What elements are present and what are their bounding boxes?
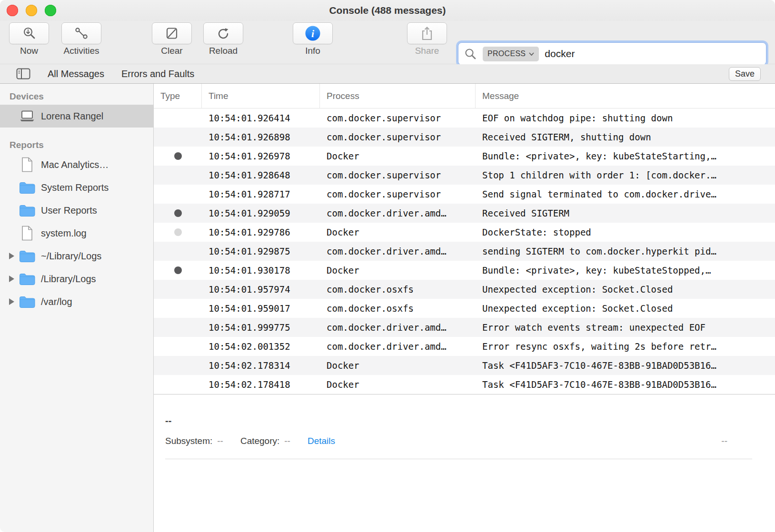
process-cell: com.docker.driver.amd…	[320, 318, 476, 337]
sidebar-item-home-library-logs[interactable]: ~/Library/Logs	[0, 245, 153, 267]
folder-icon	[18, 296, 36, 308]
process-cell: com.docker.osxfs	[320, 280, 476, 299]
sidebar-item-system-log[interactable]: system.log	[0, 222, 153, 245]
sidebar-item-user-reports[interactable]: User Reports	[0, 199, 153, 222]
tab-all-messages[interactable]: All Messages	[48, 69, 104, 79]
column-header-time[interactable]: Time	[202, 84, 320, 108]
time-cell: 10:54:01.959017	[202, 299, 320, 318]
laptop-icon	[18, 110, 36, 122]
reload-button[interactable]: Reload	[203, 22, 243, 56]
log-row[interactable]: 10:54:01.999775com.docker.driver.amd…Err…	[154, 318, 775, 337]
process-cell: Docker	[320, 356, 476, 375]
close-button[interactable]	[7, 5, 18, 16]
folder-icon	[18, 204, 36, 217]
search-token-process[interactable]: PROCESS	[483, 47, 539, 61]
type-cell	[154, 299, 202, 318]
time-cell: 10:54:01.929786	[202, 223, 320, 242]
type-cell	[154, 337, 202, 356]
message-cell: sending SIGTERM to com.docker.hyperkit p…	[476, 242, 775, 261]
time-cell: 10:54:02.001352	[202, 337, 320, 356]
time-cell: 10:54:02.178314	[202, 356, 320, 375]
time-cell: 10:54:01.926898	[202, 128, 320, 147]
detail-title: --	[165, 415, 775, 426]
document-icon	[18, 157, 36, 172]
content-area: DevicesLorena RangelReportsMac Analytics…	[0, 84, 775, 532]
log-row[interactable]: 10:54:01.926898com.docker.supervisorRece…	[154, 128, 775, 147]
column-header-message[interactable]: Message	[476, 84, 775, 108]
sidebar-section-header: Reports	[10, 140, 153, 150]
search-token-label: PROCESS	[487, 49, 526, 58]
log-row[interactable]: 10:54:01.929875com.docker.driver.amd…sen…	[154, 242, 775, 261]
search-input[interactable]: docker	[545, 48, 575, 59]
sidebar-item-label: Lorena Rangel	[41, 111, 103, 122]
message-cell: Unexpected exception: Socket.Closed	[476, 299, 775, 318]
clear-icon	[165, 26, 179, 40]
minimize-button[interactable]	[26, 5, 37, 16]
info-button[interactable]: i Info	[293, 22, 333, 56]
table-header: Type Time Process Message	[154, 84, 775, 108]
zoom-button[interactable]	[45, 5, 56, 16]
column-header-process[interactable]: Process	[320, 84, 476, 108]
message-cell: Received SIGTERM, shutting down	[476, 128, 775, 147]
save-button[interactable]: Save	[729, 67, 761, 81]
log-row[interactable]: 10:54:02.178418DockerTask <F41D5AF3-7C10…	[154, 375, 775, 394]
clear-button[interactable]: Clear	[152, 22, 192, 56]
disclosure-triangle-icon[interactable]	[5, 253, 18, 259]
message-cell: Task <F41D5AF3-7C10-467E-83BB-91BAD0D53B…	[476, 356, 775, 375]
info-icon: i	[305, 25, 321, 41]
log-row[interactable]: 10:54:01.928648com.docker.supervisorStop…	[154, 166, 775, 185]
sidebar-toggle-button[interactable]	[16, 68, 30, 79]
sidebar-item-library-logs[interactable]: /Library/Logs	[0, 267, 153, 290]
log-row[interactable]: 10:54:01.926978DockerBundle: <private>, …	[154, 147, 775, 166]
traffic-lights	[7, 5, 56, 16]
log-row[interactable]: 10:54:01.926414com.docker.supervisorEOF …	[154, 108, 775, 128]
column-header-type[interactable]: Type	[154, 84, 202, 108]
search-field[interactable]: PROCESS docker	[458, 42, 766, 65]
time-cell: 10:54:01.928648	[202, 166, 320, 185]
message-cell: Stop 1 children with order 1: [com.docke…	[476, 166, 775, 185]
svg-text:i: i	[311, 28, 315, 39]
log-row[interactable]: 10:54:01.928717com.docker.supervisorSend…	[154, 185, 775, 204]
detail-meta: Subsystem: -- Category: -- Details --	[165, 436, 775, 446]
log-row[interactable]: 10:54:01.930178DockerBundle: <private>, …	[154, 261, 775, 280]
now-icon	[22, 26, 36, 40]
sidebar-item-system-reports[interactable]: System Reports	[0, 176, 153, 199]
process-cell: Docker	[320, 147, 476, 166]
tab-errors-and-faults[interactable]: Errors and Faults	[121, 69, 194, 79]
log-row[interactable]: 10:54:02.001352com.docker.driver.amd…Err…	[154, 337, 775, 356]
log-row[interactable]: 10:54:01.929786DockerDockerState: stoppe…	[154, 223, 775, 242]
message-cell: Error resync osxfs, waiting 2s before re…	[476, 337, 775, 356]
log-row[interactable]: 10:54:01.957974com.docker.osxfsUnexpecte…	[154, 280, 775, 299]
type-cell	[154, 280, 202, 299]
chevron-down-icon	[529, 52, 534, 56]
log-row[interactable]: 10:54:01.959017com.docker.osxfsUnexpecte…	[154, 299, 775, 318]
details-link[interactable]: Details	[308, 436, 335, 446]
share-button[interactable]: Share	[407, 22, 447, 56]
time-cell: 10:54:01.928717	[202, 185, 320, 204]
disclosure-triangle-icon[interactable]	[5, 298, 18, 305]
sidebar-item-var-log[interactable]: /var/log	[0, 290, 153, 313]
log-row[interactable]: 10:54:02.178314DockerTask <F41D5AF3-7C10…	[154, 356, 775, 375]
log-pane: Type Time Process Message 10:54:01.92641…	[154, 84, 775, 532]
sidebar-item-label: /var/log	[41, 296, 72, 307]
disclosure-triangle-icon[interactable]	[5, 276, 18, 282]
type-cell	[154, 318, 202, 337]
time-cell: 10:54:01.929059	[202, 204, 320, 223]
time-cell: 10:54:01.930178	[202, 261, 320, 280]
log-row[interactable]: 10:54:01.929059com.docker.driver.amd…Rec…	[154, 204, 775, 223]
sidebar-item-lorena-rangel[interactable]: Lorena Rangel	[0, 105, 153, 128]
process-cell: com.docker.supervisor	[320, 128, 476, 147]
search-icon	[464, 48, 477, 60]
activities-icon	[74, 26, 89, 40]
activities-button[interactable]: Activities	[61, 22, 101, 56]
type-cell	[154, 147, 202, 166]
process-cell: Docker	[320, 223, 476, 242]
now-button[interactable]: Now	[9, 22, 49, 56]
folder-icon	[18, 181, 36, 194]
process-cell: Docker	[320, 375, 476, 394]
type-cell	[154, 242, 202, 261]
filter-bar: All Messages Errors and Faults Save	[0, 64, 775, 84]
message-cell: DockerState: stopped	[476, 223, 775, 242]
folder-icon	[18, 273, 36, 286]
sidebar-item-mac-analytics[interactable]: Mac Analytics…	[0, 153, 153, 176]
